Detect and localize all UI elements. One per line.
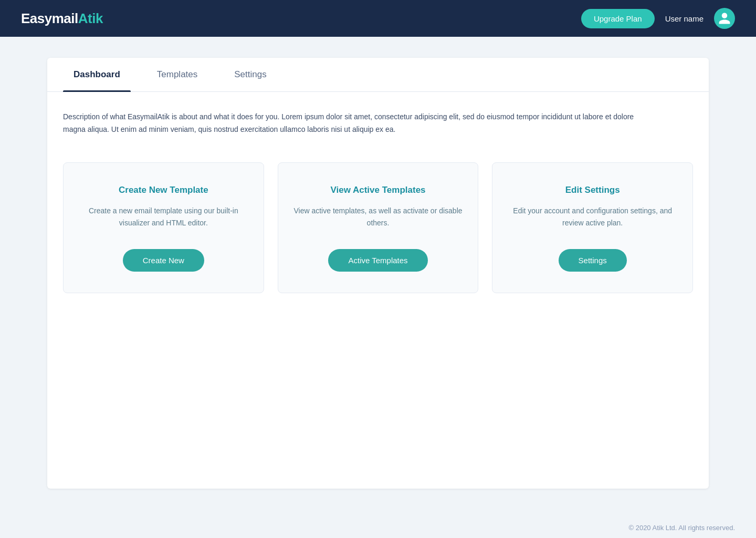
settings-button[interactable]: Settings bbox=[559, 249, 627, 272]
user-name-label: User name bbox=[665, 14, 704, 23]
edit-settings-title: Edit Settings bbox=[565, 185, 620, 195]
copyright-text: © 2020 Atik Ltd. All rights reserved. bbox=[628, 524, 735, 532]
edit-settings-desc: Edit your account and configuration sett… bbox=[507, 205, 678, 229]
description-section: Description of what EasymailAtik is abou… bbox=[47, 92, 709, 147]
view-active-templates-title: View Active Templates bbox=[330, 185, 425, 195]
view-active-templates-card: View Active Templates View active templa… bbox=[278, 162, 479, 293]
create-new-template-card: Create New Template Create a new email t… bbox=[63, 162, 264, 293]
description-text: Description of what EasymailAtik is abou… bbox=[63, 111, 640, 136]
cards-row: Create New Template Create a new email t… bbox=[47, 147, 709, 314]
tab-settings[interactable]: Settings bbox=[224, 58, 277, 91]
user-icon bbox=[718, 12, 731, 25]
nav-right: Upgrade Plan User name bbox=[581, 8, 735, 29]
view-active-templates-desc: View active templates, as well as activa… bbox=[293, 205, 464, 229]
main-wrapper: Dashboard Templates Settings Description… bbox=[0, 37, 756, 510]
content-card: Dashboard Templates Settings Description… bbox=[47, 58, 709, 489]
tabs-bar: Dashboard Templates Settings bbox=[47, 58, 709, 92]
avatar[interactable] bbox=[714, 8, 735, 29]
footer: © 2020 Atik Ltd. All rights reserved. bbox=[0, 518, 756, 538]
upgrade-button[interactable]: Upgrade Plan bbox=[581, 9, 655, 28]
edit-settings-card: Edit Settings Edit your account and conf… bbox=[492, 162, 693, 293]
tab-templates[interactable]: Templates bbox=[146, 58, 208, 91]
create-new-button[interactable]: Create New bbox=[123, 249, 204, 272]
create-new-template-desc: Create a new email template using our bu… bbox=[78, 205, 249, 229]
tab-dashboard[interactable]: Dashboard bbox=[63, 58, 131, 91]
navbar: EasymailAtik Upgrade Plan User name bbox=[0, 0, 756, 37]
logo-part1: Easymail bbox=[21, 11, 78, 26]
create-new-template-title: Create New Template bbox=[119, 185, 208, 195]
active-templates-button[interactable]: Active Templates bbox=[328, 249, 427, 272]
logo: EasymailAtik bbox=[21, 11, 103, 27]
logo-part2: Atik bbox=[78, 11, 103, 26]
